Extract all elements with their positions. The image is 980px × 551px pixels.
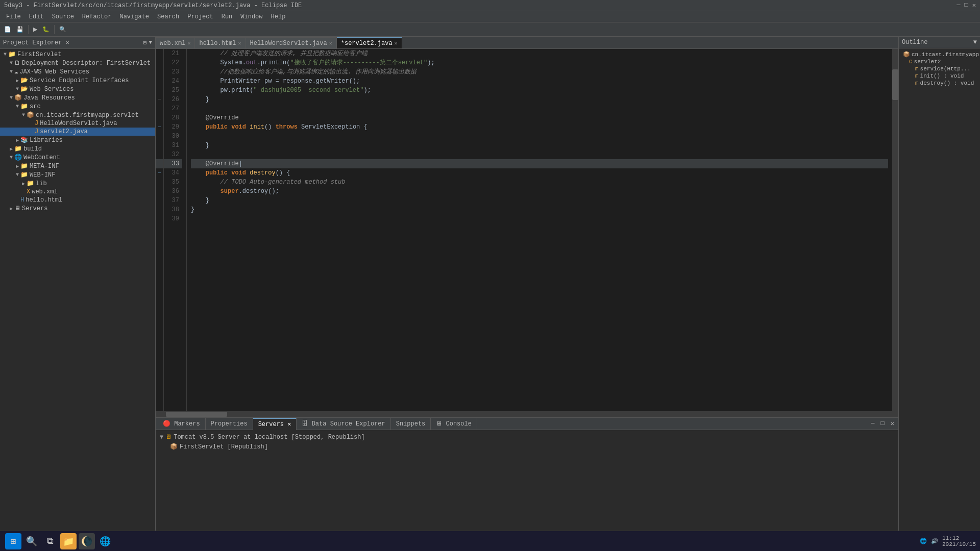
gutter-fold-29[interactable]: ─ (156, 122, 163, 132)
tree-servers[interactable]: ▶ 🖥 Servers (0, 204, 155, 213)
tab-webxml[interactable]: web.xml ✕ (156, 37, 195, 48)
outline-item-destroy[interactable]: m destroy() : void (901, 80, 978, 87)
tray-volume[interactable]: 🔊 (931, 538, 938, 544)
tree-lib[interactable]: ▶ 📁 lib (0, 179, 155, 188)
bottom-tab-servers[interactable]: Servers ✕ (253, 418, 297, 430)
debug-btn[interactable]: 🐛 (40, 25, 52, 34)
server-item-firstservlet[interactable]: 📦 FirstServlet [Republish] (168, 442, 896, 452)
outline-item-service[interactable]: m service(Http... (901, 65, 978, 72)
taskbar-start[interactable]: ⊞ (5, 533, 21, 549)
bottom-close-btn[interactable]: ✕ (889, 420, 896, 428)
title-bar: 5day3 - FirstServlet/src/cn/itcast/first… (0, 0, 980, 11)
tree-libraries[interactable]: ▶ 📚 Libraries (0, 136, 155, 144)
server-arrow: ▼ (160, 434, 163, 441)
gutter-32 (156, 150, 163, 159)
tray-time: 11:12 (942, 535, 976, 541)
code-line-35: // TODO Auto-generated method stub (191, 178, 888, 187)
menu-refactor[interactable]: Refactor (78, 12, 116, 21)
outline-class-icon: C (909, 59, 913, 65)
bottom-tab-properties[interactable]: Properties (206, 418, 253, 430)
javafile-icon1: J (35, 120, 38, 127)
scrollbar-thumb[interactable] (892, 69, 898, 100)
tree-servlet2[interactable]: J servlet2.java (0, 128, 155, 136)
menu-run[interactable]: Run (217, 12, 237, 21)
tree-webinf[interactable]: ▼ 📁 WEB-INF (0, 170, 155, 179)
ln-37: 37 (164, 196, 182, 205)
tab-webxml-close[interactable]: ✕ (187, 40, 190, 46)
tab-helloword-servlet[interactable]: HelloWordServlet.java ✕ (246, 37, 337, 48)
menu-project[interactable]: Project (183, 12, 217, 21)
tree-helloword[interactable]: J HelloWordServlet.java (0, 119, 155, 128)
menu-search[interactable]: Search (153, 12, 183, 21)
taskbar-eclipse[interactable]: 🌘 (79, 533, 95, 549)
outline-item-package[interactable]: 📦 cn.itcast.firstmyapp (901, 51, 978, 58)
tab-servlet2[interactable]: *servlet2.java ✕ (337, 37, 402, 48)
tray-network[interactable]: 🌐 (920, 538, 927, 544)
menu-edit[interactable]: Edit (25, 12, 48, 21)
bottom-tab-console[interactable]: 🖥 Console (431, 418, 477, 430)
tree-webservices[interactable]: ▼ 📂 Web Services (0, 85, 155, 93)
bottom-maximize-btn[interactable]: □ (879, 420, 887, 428)
tree-firstservlet[interactable]: ▼ 📁 FirstServlet (0, 50, 155, 59)
menu-help[interactable]: Help (267, 12, 290, 21)
sidebar-collapse-btn[interactable]: ⊟ (143, 39, 147, 46)
run-btn[interactable]: ▶ (31, 25, 39, 34)
taskbar-file-explorer[interactable]: 📁 (60, 533, 77, 549)
code-content[interactable]: // 处理客户端发送的请求, 并且把数据响应给客户端 System.out.pr… (187, 49, 892, 411)
menu-source[interactable]: Source (48, 12, 78, 21)
close-btn[interactable]: ✕ (972, 2, 976, 9)
save-btn[interactable]: 💾 (14, 25, 26, 34)
outline-item-servlet2[interactable]: C servlet2 (901, 58, 978, 65)
ln-36: 36 (164, 187, 182, 196)
arrow-build: ▶ (8, 146, 14, 152)
tree-src[interactable]: ▼ 📁 src (0, 102, 155, 111)
menu-file[interactable]: File (2, 12, 25, 21)
ln-32: 32 (164, 150, 182, 159)
tree-webcontent[interactable]: ▼ 🌐 WebContent (0, 153, 155, 162)
tree-javaresources[interactable]: ▼ 📦 Java Resources (0, 93, 155, 102)
vertical-scrollbar[interactable] (892, 49, 898, 411)
menu-navigate[interactable]: Navigate (115, 12, 153, 21)
tree-webxml[interactable]: X web.xml (0, 188, 155, 196)
gutter-27 (156, 104, 163, 113)
tab-hello-html-close[interactable]: ✕ (238, 40, 241, 46)
gutter-fold-34[interactable]: ─ (156, 168, 163, 178)
lib-icon: 📁 (27, 180, 34, 187)
code-line-25: pw.print(" dashuju2005 second servlet"); (191, 86, 888, 95)
h-scrollbar-thumb[interactable] (166, 412, 227, 417)
tree-metainf[interactable]: ▶ 📁 META-INF (0, 162, 155, 170)
tree-build[interactable]: ▶ 📁 build (0, 144, 155, 153)
new-btn[interactable]: 📄 (2, 25, 13, 34)
minimize-btn[interactable]: ─ (957, 2, 960, 9)
outline-package-icon: 📦 (903, 51, 910, 58)
bottom-tab-markers[interactable]: 🔴 Markers (158, 418, 206, 430)
server-item-tomcat[interactable]: ▼ 🖥 Tomcat v8.5 Server at localhost [Sto… (158, 432, 896, 442)
outline-menu[interactable]: ▼ (973, 39, 977, 46)
tab-servlet2-close[interactable]: ✕ (395, 40, 398, 46)
horizontal-scrollbar[interactable] (156, 411, 898, 417)
bottom-minimize-btn[interactable]: ─ (869, 420, 876, 428)
tab-helloword-close[interactable]: ✕ (329, 40, 332, 46)
bottom-panel: 🔴 Markers Properties Servers ✕ 🗄 Data So… (156, 417, 898, 540)
gutter-fold-26[interactable]: ─ (156, 95, 163, 104)
outline-item-init[interactable]: m init() : void (901, 72, 978, 80)
tree-sei[interactable]: ▶ 📂 Service Endpoint Interfaces (0, 76, 155, 85)
taskbar-chrome[interactable]: 🌐 (97, 533, 113, 549)
tree-jaxws[interactable]: ▼ ☁ JAX-WS Web Services (0, 67, 155, 76)
search-btn[interactable]: 🔍 (57, 25, 68, 34)
ln-39: 39 (164, 214, 182, 223)
tree-package[interactable]: ▼ 📦 cn.itcast.firstmyapp.servlet (0, 111, 155, 119)
taskbar-search[interactable]: 🔍 (23, 533, 40, 549)
maximize-btn[interactable]: □ (965, 2, 968, 9)
taskbar-task-view[interactable]: ⧉ (42, 533, 58, 549)
arrow-metainf: ▶ (14, 163, 20, 169)
ln-28: 28 (164, 113, 182, 122)
sidebar-menu-btn[interactable]: ▼ (149, 39, 152, 46)
project-tree: ▼ 📁 FirstServlet ▼ 🗋 Deployment Descript… (0, 49, 155, 540)
tab-hello-html[interactable]: hello.html ✕ (195, 37, 246, 48)
tree-deployment-descriptor[interactable]: ▼ 🗋 Deployment Descriptor: FirstServlet (0, 59, 155, 67)
menu-window[interactable]: Window (236, 12, 266, 21)
tree-hellohtml[interactable]: H hello.html (0, 196, 155, 204)
bottom-tab-datasource[interactable]: 🗄 Data Source Explorer (297, 418, 390, 430)
bottom-tab-snippets[interactable]: Snippets (391, 418, 431, 430)
